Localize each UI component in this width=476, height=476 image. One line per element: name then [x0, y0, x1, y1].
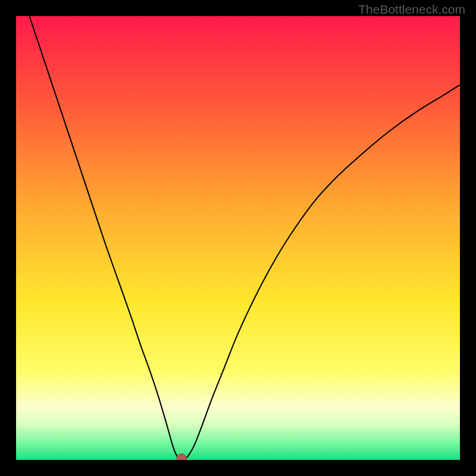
gradient-background [16, 16, 460, 460]
plot-frame [16, 16, 460, 460]
chart-canvas [16, 16, 460, 460]
watermark-text: TheBottleneck.com [358, 2, 465, 17]
